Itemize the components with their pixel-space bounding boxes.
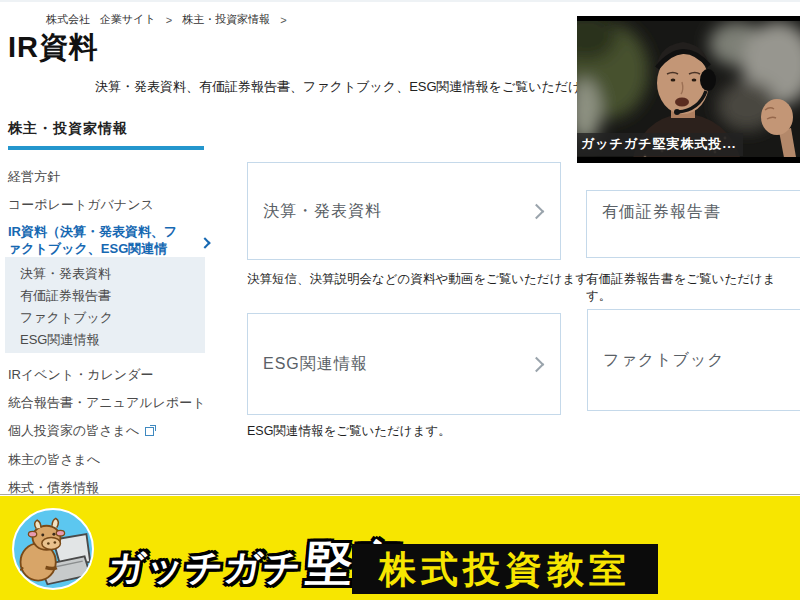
sidebar-subitem-securities-report[interactable]: 有価証券報告書 [20,288,205,304]
sidebar-item-ir-calendar[interactable]: IRイベント・カレンダー [8,366,206,383]
page-title: IR資料 [8,28,99,68]
brand-text-gachigachi: ガッチガチ [106,549,304,586]
breadcrumb: 株式会社 企業サイト > 株主・投資家情報 > [46,12,297,27]
external-link-icon [145,425,156,436]
sidebar-header-underline [8,146,204,150]
video-caption: ガッチガチ堅実株式投... [577,133,743,156]
card-securities-report[interactable]: 有価証券報告書 [586,190,800,258]
card-caption-securities-report: 有価証券報告書をご覧いただけます。 [586,271,800,305]
card-label: 決算・発表資料 [263,201,382,222]
breadcrumb-separator: > [166,14,172,26]
brand-text-kabushiki-toshi-kyoshitsu: 株式投資教室 [379,551,631,588]
card-factbook[interactable]: ファクトブック [587,309,800,411]
card-financial-results[interactable]: 決算・発表資料 [247,162,561,260]
card-esg[interactable]: ESG関連情報 [247,313,561,415]
sidebar-subitem-factbook[interactable]: ファクトブック [20,310,205,326]
brand-boxed-text-container: 株式投資教室 [352,544,658,594]
breadcrumb-site-name[interactable]: 株式会社 [46,12,90,27]
bull-logo [12,508,94,590]
card-label: ファクトブック [603,350,725,371]
card-caption-esg: ESG関連情報をご覧いただけます。 [247,423,451,440]
card-caption-financial-results: 決算短信、決算説明会などの資料や動画をご覧いただけます。 [247,271,601,288]
sidebar-item-annual-report[interactable]: 統合報告書・アニュアルレポート [8,394,206,411]
top-divider [0,0,800,2]
page-description: 決算・発表資料、有価証券報告書、ファクトブック、ESG関連情報をご覧いただけます… [95,78,621,96]
video-overlay[interactable]: ガッチガチ堅実株式投... [577,16,800,163]
chevron-right-icon [199,237,210,248]
card-label: 有価証券報告書 [602,202,721,223]
banner-top-divider [0,494,800,495]
sidebar-item-individual-investors[interactable]: 個人投資家の皆さまへ [8,422,206,439]
sidebar-item-management-policy[interactable]: 経営方針 [8,168,206,185]
breadcrumb-item-ir[interactable]: 株主・投資家情報 [182,12,270,27]
sidebar-item-corporate-governance[interactable]: コーポレートガバナンス [8,196,206,213]
sidebar-submenu: 決算・発表資料 有価証券報告書 ファクトブック ESG関連情報 [5,257,205,353]
sidebar-item-label: 個人投資家の皆さまへ [8,423,139,438]
bottom-banner: ガッチガチ 堅実 株式投資教室 [0,496,800,600]
chevron-right-icon [529,356,545,372]
sidebar-subitem-esg[interactable]: ESG関連情報 [20,332,205,348]
sidebar-header: 株主・投資家情報 [8,120,128,138]
sidebar-subitem-financial-results[interactable]: 決算・発表資料 [20,266,205,282]
chevron-right-icon [529,203,545,219]
breadcrumb-item-corporate[interactable]: 企業サイト [100,12,156,27]
breadcrumb-separator: > [280,14,286,26]
card-label: ESG関連情報 [263,354,368,375]
sidebar-item-shareholders[interactable]: 株主の皆さまへ [8,451,206,468]
